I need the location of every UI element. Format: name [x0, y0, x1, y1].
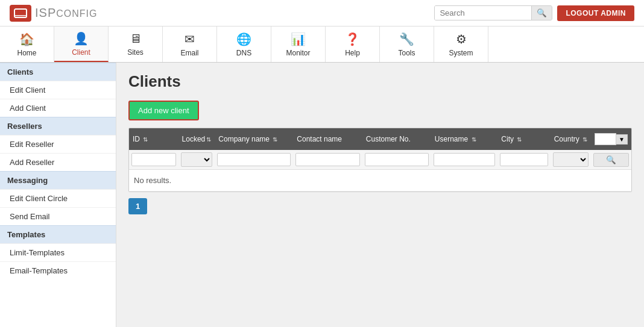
filter-contact: [293, 150, 362, 170]
sort-id-icon: ⇅: [143, 136, 148, 143]
sort-company-icon: ⇅: [273, 136, 277, 143]
filter-country-select[interactable]: [553, 152, 589, 167]
col-username[interactable]: Username ⇅: [431, 128, 497, 150]
search-button[interactable]: 🔍: [531, 6, 552, 20]
search-box: 🔍: [434, 5, 552, 20]
header: ISPCONFIG 🔍 LOGOUT ADMIN: [0, 0, 644, 26]
table-filter-row: 🔍: [129, 150, 631, 170]
filter-country: [551, 150, 591, 170]
sidebar-item-edit-reseller[interactable]: Edit Reseller: [0, 135, 116, 153]
filter-locked: [178, 150, 215, 170]
sidebar-section-clients: Clients: [0, 63, 116, 81]
nav-label-dns: DNS: [236, 49, 251, 57]
system-icon: ⚙: [456, 32, 467, 46]
nav-item-client[interactable]: 👤 Client: [54, 26, 109, 62]
filter-company: [215, 150, 293, 170]
filter-id-input[interactable]: [131, 153, 176, 166]
add-new-client-button[interactable]: Add new client: [128, 101, 199, 120]
sidebar-item-send-email[interactable]: Send Email: [0, 207, 116, 225]
nav-item-monitor[interactable]: 📊 Monitor: [271, 26, 326, 62]
header-right: 🔍 LOGOUT ADMIN: [434, 5, 634, 21]
col-locked[interactable]: Locked⇅: [178, 128, 215, 150]
filter-search-button[interactable]: 🔍: [593, 153, 629, 167]
sidebar-section-templates: Templates: [0, 225, 116, 243]
search-input[interactable]: [435, 6, 531, 20]
col-country[interactable]: Country ⇅: [551, 128, 591, 150]
col-city[interactable]: City ⇅: [497, 128, 550, 150]
logo-icon: [10, 5, 31, 22]
nav-label-help: Help: [345, 49, 360, 57]
filter-locked-select[interactable]: [181, 152, 213, 167]
filter-customer-input[interactable]: [365, 153, 429, 166]
filter-username: [431, 150, 497, 170]
nav-item-tools[interactable]: 🔧 Tools: [380, 26, 434, 62]
monitor-icon: 📊: [291, 32, 306, 46]
sidebar-section-resellers: Resellers: [0, 117, 116, 135]
col-per-page: 15 ▼: [591, 128, 631, 150]
col-customer-no: Customer No.: [362, 128, 431, 150]
sidebar-item-edit-client-circle[interactable]: Edit Client Circle: [0, 189, 116, 207]
content-area: Clients Add new client ID ⇅ Locked⇅ Comp…: [116, 63, 644, 327]
email-icon: ✉: [185, 32, 195, 46]
page-title: Clients: [128, 72, 632, 91]
sidebar-section-messaging: Messaging: [0, 171, 116, 189]
filter-id: [129, 150, 178, 170]
logout-button[interactable]: LOGOUT ADMIN: [557, 5, 634, 21]
sidebar-item-email-templates[interactable]: Email-Templates: [0, 261, 116, 279]
svg-rect-0: [14, 9, 27, 17]
nav-label-email: Email: [180, 49, 198, 57]
nav-label-system: System: [449, 49, 473, 57]
client-icon: 👤: [74, 31, 89, 46]
logo-text: ISPCONFIG: [35, 6, 97, 20]
nav-label-tools: Tools: [398, 49, 415, 57]
filter-city: [497, 150, 550, 170]
help-icon: ❓: [345, 32, 360, 46]
sidebar-item-add-client[interactable]: Add Client: [0, 99, 116, 117]
nav-item-help[interactable]: ❓ Help: [326, 26, 380, 62]
col-contact-name: Contact name: [293, 128, 362, 150]
main: Clients Edit Client Add Client Resellers…: [0, 63, 644, 327]
dns-icon: 🌐: [236, 32, 251, 46]
logo-config: CONFIG: [56, 8, 97, 19]
filter-contact-input[interactable]: [295, 153, 360, 166]
pagination: 1: [128, 198, 632, 214]
sort-username-icon: ⇅: [472, 136, 476, 143]
filter-company-input[interactable]: [217, 153, 291, 166]
col-id[interactable]: ID ⇅: [129, 128, 178, 150]
filter-city-input[interactable]: [500, 153, 548, 166]
home-icon: 🏠: [19, 32, 34, 46]
nav-item-home[interactable]: 🏠 Home: [0, 26, 54, 62]
sort-locked-icon: ⇅: [206, 136, 211, 143]
sort-city-icon: ⇅: [517, 136, 522, 143]
nav-item-email[interactable]: ✉ Email: [163, 26, 217, 62]
per-page-wrapper: 15 ▼: [595, 133, 628, 145]
per-page-input[interactable]: 15: [595, 133, 616, 145]
nav-item-dns[interactable]: 🌐 DNS: [217, 26, 271, 62]
sidebar-item-edit-client[interactable]: Edit Client: [0, 81, 116, 99]
table-header-row: ID ⇅ Locked⇅ Company name ⇅ Contact name…: [129, 128, 631, 150]
nav-label-monitor: Monitor: [286, 49, 310, 57]
sites-icon: 🖥: [130, 32, 142, 46]
tools-icon: 🔧: [399, 32, 414, 46]
nav-item-sites[interactable]: 🖥 Sites: [109, 26, 163, 62]
sidebar-item-add-reseller[interactable]: Add Reseller: [0, 153, 116, 171]
clients-table-wrapper: ID ⇅ Locked⇅ Company name ⇅ Contact name…: [128, 128, 632, 192]
sidebar-item-limit-templates[interactable]: Limit-Templates: [0, 243, 116, 261]
nav-bar: 🏠 Home 👤 Client 🖥 Sites ✉ Email 🌐 DNS 📊 …: [0, 26, 644, 63]
nav-label-sites: Sites: [127, 48, 144, 57]
sort-country-icon: ⇅: [582, 136, 587, 143]
nav-label-client: Client: [72, 48, 90, 57]
no-results-row: No results.: [129, 170, 631, 192]
sidebar: Clients Edit Client Add Client Resellers…: [0, 63, 116, 327]
nav-label-home: Home: [17, 49, 36, 57]
per-page-dropdown-button[interactable]: ▼: [616, 134, 628, 145]
clients-table: ID ⇅ Locked⇅ Company name ⇅ Contact name…: [129, 128, 631, 192]
page-1-button[interactable]: 1: [128, 198, 147, 214]
col-company-name[interactable]: Company name ⇅: [215, 128, 293, 150]
nav-item-system[interactable]: ⚙ System: [434, 26, 488, 62]
filter-customer: [362, 150, 431, 170]
logo: ISPCONFIG: [10, 5, 97, 22]
filter-username-input[interactable]: [434, 153, 495, 166]
no-results-text: No results.: [129, 170, 631, 192]
logo-isp: ISP: [35, 6, 56, 19]
